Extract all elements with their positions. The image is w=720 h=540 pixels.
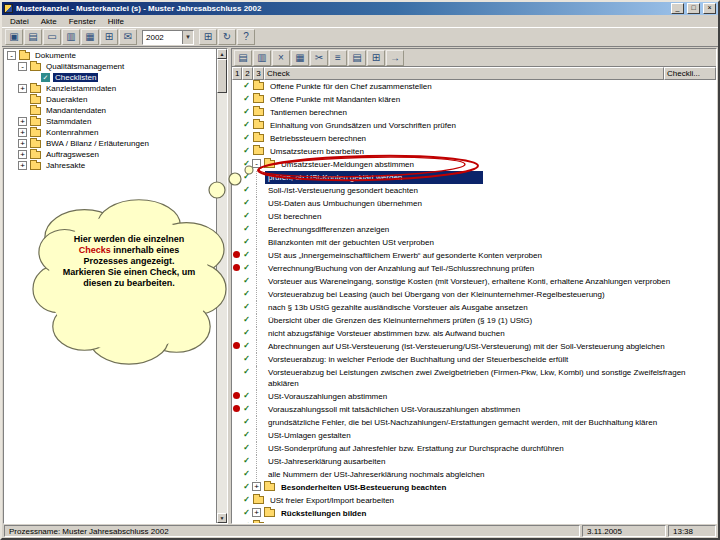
column-header-check[interactable]: Check: [264, 67, 664, 80]
checklist-row-6[interactable]: ✓-Umsatzsteuer-Meldungen abstimmen: [232, 158, 716, 171]
tree-item-8[interactable]: +BWA / Bilanz / Erläuterungen: [4, 138, 216, 149]
column-header-2[interactable]: 2: [242, 67, 253, 80]
expand-icon[interactable]: +: [18, 117, 27, 126]
checklist-row-14[interactable]: ✓Verrechnung/Buchung von der Anzahlung a…: [232, 262, 716, 275]
collapse-icon[interactable]: -: [252, 159, 261, 168]
mail-button[interactable]: ✉: [119, 29, 137, 45]
delete-check-button[interactable]: ×: [272, 50, 290, 66]
checklist-row-16[interactable]: ✓Vorsteuerabzug bei Leasing (auch bei Üb…: [232, 288, 716, 301]
tree-item-4[interactable]: Dauerakten: [4, 94, 216, 105]
expand-icon[interactable]: +: [252, 482, 261, 491]
view-grid-button[interactable]: ⊞: [367, 50, 385, 66]
scroll-down-icon[interactable]: ▼: [217, 513, 227, 523]
table-view-button[interactable]: ⊞: [199, 29, 217, 45]
checklist-row-21[interactable]: ✓Vorsteuerabzug: in welcher Periode der …: [232, 353, 716, 366]
checklist-row-28[interactable]: ✓USt-Jahreserklärung ausarbeiten: [232, 455, 716, 468]
menu-item-0[interactable]: Datei: [4, 16, 35, 27]
save-check-button[interactable]: ▥: [253, 50, 271, 66]
status-cell: [232, 132, 241, 134]
tree-item-0[interactable]: -Dokumente: [4, 50, 216, 61]
checklist-row-30[interactable]: ✓+Besonderheiten USt-Besteuerung beachte…: [232, 481, 716, 494]
print-preview-button[interactable]: ⊞: [100, 29, 118, 45]
cut-button[interactable]: ✂: [310, 50, 328, 66]
print-list-button[interactable]: ▦: [291, 50, 309, 66]
tree-item-7[interactable]: +Kontenrahmen: [4, 127, 216, 138]
expand-icon[interactable]: +: [18, 139, 27, 148]
tree-item-5[interactable]: Mandantendaten: [4, 105, 216, 116]
checklist-row-20[interactable]: ✓Abrechnungen auf USt-Versteuerung (Ist-…: [232, 340, 716, 353]
checklist-row-12[interactable]: ✓Bilanzkonten mit der gebuchten USt verp…: [232, 236, 716, 249]
checklist-row-26[interactable]: ✓USt-Umlagen gestalten: [232, 429, 716, 442]
expand-icon[interactable]: +: [18, 128, 27, 137]
scroll-thumb[interactable]: [217, 59, 227, 93]
tree-scrollbar[interactable]: ▲ ▼: [216, 49, 227, 523]
collapse-icon[interactable]: -: [18, 62, 27, 71]
column-header-1[interactable]: 1: [232, 67, 242, 80]
checklist-row-27[interactable]: ✓USt-Sonderprüfung auf Jahresfehler bzw.…: [232, 442, 716, 455]
checklist-row-31[interactable]: ✓USt freier Export/Import bearbeiten: [232, 494, 716, 507]
column-header-checklist[interactable]: Checkli...: [664, 67, 716, 80]
scroll-up-icon[interactable]: ▲: [217, 49, 227, 59]
close-button[interactable]: ×: [703, 3, 716, 14]
checklist-row-3[interactable]: ✓Einhaltung von Grundsätzen und Vorschri…: [232, 119, 716, 132]
checklist-row-1[interactable]: ✓Offene Punkte mit Mandanten klären: [232, 93, 716, 106]
checklist-row-11[interactable]: ✓Berechnungsdifferenzen anzeigen: [232, 223, 716, 236]
checklist-row-15[interactable]: ✓Vorsteuer aus Wareneingang, sonstige Ko…: [232, 275, 716, 288]
expand-icon[interactable]: +: [18, 84, 27, 93]
print-button[interactable]: ▦: [81, 29, 99, 45]
expand-icon[interactable]: +: [252, 508, 261, 517]
checklist-row-29[interactable]: ✓alle Nummern der USt-Jahreserklärung no…: [232, 468, 716, 481]
new-check-button[interactable]: ▤: [234, 50, 252, 66]
save-button[interactable]: ▥: [62, 29, 80, 45]
tree-item-2[interactable]: ✓Checklisten: [4, 72, 216, 83]
tree-item-9[interactable]: +Auftragswesen: [4, 149, 216, 160]
view-details-button[interactable]: ▤: [348, 50, 366, 66]
tree-item-3[interactable]: +Kanzleistammdaten: [4, 83, 216, 94]
checklist-row-8[interactable]: ✓Soll-/Ist-Versteuerung gesondert beacht…: [232, 184, 716, 197]
checklist-row-17[interactable]: ✓nach § 13b UStG gezahlte ausländische V…: [232, 301, 716, 314]
menu-item-3[interactable]: Hilfe: [102, 16, 130, 27]
title-bar[interactable]: Musterkanzlei - Musterkanzlei (s) - Must…: [2, 2, 718, 15]
toggle-tree-view-button[interactable]: ▣: [5, 29, 23, 45]
chevron-down-icon[interactable]: ▼: [182, 31, 193, 44]
checklist-row-10[interactable]: ✓USt berechnen: [232, 210, 716, 223]
tree-item-6[interactable]: +Stammdaten: [4, 116, 216, 127]
checklist-row-25[interactable]: ✓grundsätzliche Fehler, die bei USt-Nach…: [232, 416, 716, 429]
checklist-row-label: USt freier Export/Import bearbeiten: [267, 494, 397, 507]
year-combobox[interactable]: 2002 ▼: [142, 30, 194, 45]
expand-icon[interactable]: +: [18, 161, 27, 170]
refresh-button[interactable]: ↻: [218, 29, 236, 45]
checklist-row-2[interactable]: ✓Tantiemen berechnen: [232, 106, 716, 119]
checklist-row-22[interactable]: ✓Vorsteuerabzug bei Leistungen zwischen …: [232, 366, 716, 390]
checklist-row-0[interactable]: ✓Offene Punkte für den Chef zusammenstel…: [232, 80, 716, 93]
checklist-row-9[interactable]: ✓USt-Daten aus Umbuchungen übernehmen: [232, 197, 716, 210]
restore-button[interactable]: □: [687, 3, 700, 14]
column-header-3[interactable]: 3: [253, 67, 264, 80]
scroll-track[interactable]: [217, 93, 227, 513]
checklist-row-19[interactable]: ✓nicht abzugsfähige Vorsteuer abstimmen …: [232, 327, 716, 340]
status-cell: [232, 468, 241, 470]
checklist-row-32[interactable]: ✓+Rückstellungen bilden: [232, 507, 716, 520]
properties-button[interactable]: ≡: [329, 50, 347, 66]
checklist-row-24[interactable]: ✓Vorauszahlungssoll mit tatsächlichen US…: [232, 403, 716, 416]
help-button[interactable]: ?: [237, 29, 255, 45]
checklist-row-4[interactable]: ✓Betriebssteuern berechnen: [232, 132, 716, 145]
checklist-row-33[interactable]: ✓Steuerrückstellungen bilden: [232, 520, 716, 523]
expand-icon[interactable]: +: [18, 150, 27, 159]
collapse-icon[interactable]: -: [7, 51, 16, 60]
tree-item-10[interactable]: +Jahresakte: [4, 160, 216, 171]
tree-item-1[interactable]: -Qualitätsmanagement: [4, 61, 216, 72]
open-folder-button[interactable]: ▭: [43, 29, 61, 45]
checklist-row-18[interactable]: ✓Übersicht über die Grenzen des Kleinunt…: [232, 314, 716, 327]
minimize-button[interactable]: _: [671, 3, 684, 14]
checklist-row-7[interactable]: ✓prüfen, ob USt-Konten geklärt werden: [232, 171, 716, 184]
menu-item-1[interactable]: Akte: [35, 16, 63, 27]
new-document-button[interactable]: ▤: [24, 29, 42, 45]
close-list-button[interactable]: →: [386, 50, 404, 66]
checklist-row-5[interactable]: ✓Umsatzsteuern bearbeiten: [232, 145, 716, 158]
done-check-icon: ✓: [241, 403, 252, 414]
checklist-row-13[interactable]: ✓USt aus „Innergemeinschaftlichem Erwerb…: [232, 249, 716, 262]
main-toolbar-left: ▣▤▭▥▦⊞✉: [5, 29, 137, 45]
checklist-row-23[interactable]: ✓USt-Vorauszahlungen abstimmen: [232, 390, 716, 403]
menu-item-2[interactable]: Fenster: [63, 16, 102, 27]
